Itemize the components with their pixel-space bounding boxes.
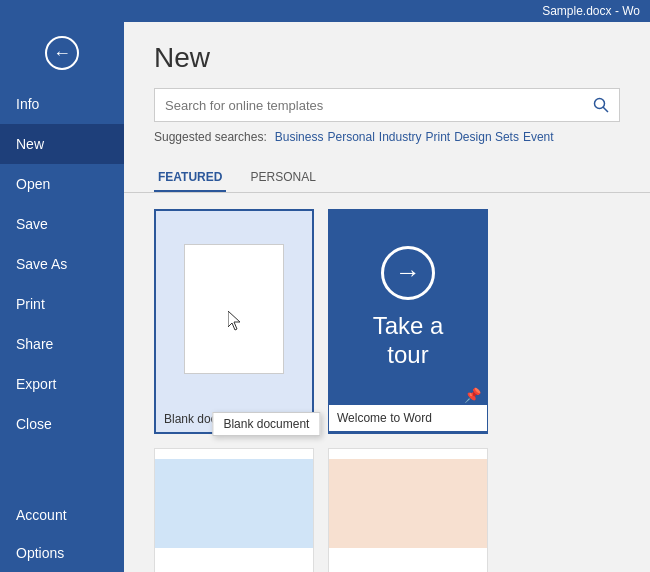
suggested-label: Suggested searches: bbox=[154, 130, 267, 144]
sidebar: ← Info New Open Save Save As Print Share… bbox=[0, 22, 124, 572]
sidebar-item-export[interactable]: Export bbox=[0, 364, 124, 404]
sidebar-item-open[interactable]: Open bbox=[0, 164, 124, 204]
tour-text: Take atour bbox=[373, 312, 444, 370]
svg-line-1 bbox=[603, 107, 608, 112]
tour-arrow-icon: → bbox=[395, 257, 421, 288]
sidebar-item-print[interactable]: Print bbox=[0, 284, 124, 324]
blank-document-tooltip: Blank document bbox=[212, 412, 320, 436]
sidebar-item-save-as[interactable]: Save As bbox=[0, 244, 124, 284]
search-icon bbox=[593, 97, 609, 113]
template-card-title2[interactable]: Title Title bbox=[328, 448, 488, 572]
template-card-blank[interactable]: Blank document Blank document bbox=[154, 209, 314, 434]
suggested-industry[interactable]: Industry bbox=[379, 130, 422, 144]
tab-featured[interactable]: FEATURED bbox=[154, 164, 226, 192]
suggested-event[interactable]: Event bbox=[523, 130, 554, 144]
suggested-print[interactable]: Print bbox=[426, 130, 451, 144]
suggested-design-sets[interactable]: Design Sets bbox=[454, 130, 519, 144]
title-bar-text: Sample.docx - Wo bbox=[542, 4, 640, 18]
template-card-tour[interactable]: → Take atour Welcome to Word 📌 bbox=[328, 209, 488, 434]
sidebar-item-share[interactable]: Share bbox=[0, 324, 124, 364]
pin-icon: 📌 bbox=[464, 387, 481, 403]
svg-marker-2 bbox=[228, 311, 240, 330]
back-button[interactable]: ← bbox=[0, 22, 124, 84]
template-card-title1[interactable]: Title Title bbox=[154, 448, 314, 572]
sidebar-item-info[interactable]: Info bbox=[0, 84, 124, 124]
tour-label-text: Welcome to Word bbox=[337, 411, 432, 425]
main-content: New Suggested searches: Business Persona… bbox=[124, 22, 650, 572]
sidebar-item-options[interactable]: Options bbox=[0, 534, 124, 572]
suggested-personal[interactable]: Personal bbox=[327, 130, 374, 144]
sidebar-item-new[interactable]: New bbox=[0, 124, 124, 164]
sidebar-item-save[interactable]: Save bbox=[0, 204, 124, 244]
title-bar: Sample.docx - Wo bbox=[0, 0, 650, 22]
suggested-searches: Suggested searches: Business Personal In… bbox=[154, 130, 620, 144]
page-title: New bbox=[154, 42, 620, 74]
back-arrow-icon: ← bbox=[53, 43, 71, 64]
tab-personal[interactable]: PERSONAL bbox=[246, 164, 319, 192]
templates-grid: Blank document Blank document → Take ato… bbox=[124, 193, 650, 572]
blank-page-preview bbox=[184, 244, 284, 374]
sidebar-item-account[interactable]: Account bbox=[0, 496, 124, 534]
search-input[interactable] bbox=[155, 98, 583, 113]
search-bar[interactable] bbox=[154, 88, 620, 122]
search-icon-wrap bbox=[583, 97, 619, 113]
suggested-business[interactable]: Business bbox=[275, 130, 324, 144]
tour-arrow-circle: → bbox=[381, 246, 435, 300]
cursor-icon bbox=[228, 311, 244, 331]
sidebar-item-close[interactable]: Close bbox=[0, 404, 124, 444]
tabs-bar: FEATURED PERSONAL bbox=[124, 154, 650, 193]
